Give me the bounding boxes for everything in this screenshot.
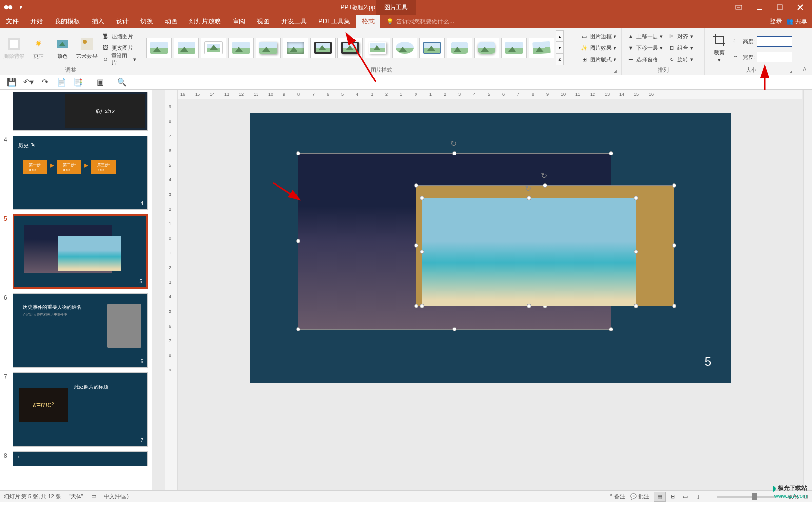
resize-handle[interactable] [634, 250, 638, 254]
resize-handle[interactable] [543, 183, 547, 188]
compress-pictures-button[interactable]: 🗜压缩图片 [100, 31, 138, 41]
reset-picture-button[interactable]: ↺重设图片▾ [100, 54, 138, 65]
start-from-beginning-button[interactable]: ▣ [94, 77, 106, 88]
slide-canvas[interactable]: 5 [250, 113, 731, 383]
language-indicator[interactable]: 中文(中国) [104, 493, 129, 500]
qat-dropdown-icon[interactable]: ▾ [16, 2, 26, 13]
resize-handle[interactable] [672, 183, 676, 188]
slide-thumbnail[interactable]: f(x)=Sin x [4, 92, 148, 131]
share-button[interactable]: 👥 共享 [786, 18, 807, 26]
style-item[interactable] [501, 38, 527, 58]
vertical-ruler[interactable]: 9876543210123456789 [165, 90, 178, 490]
style-item[interactable] [256, 38, 281, 58]
resize-handle[interactable] [527, 304, 531, 308]
picture-effects-button[interactable]: ✨图片效果▾ [578, 42, 618, 53]
artistic-effects-button[interactable]: 艺术效果 [76, 30, 98, 65]
resize-handle[interactable] [296, 327, 300, 331]
picture-layout-button[interactable]: ⊞图片版式▾ [578, 54, 618, 65]
ribbon-options-icon[interactable] [729, 0, 749, 15]
tab-design[interactable]: 设计 [110, 15, 135, 28]
gallery-more-icon[interactable]: ⊻ [556, 54, 564, 65]
rotate-button[interactable]: ↻旋转▾ [666, 54, 695, 65]
tab-review[interactable]: 审阅 [227, 15, 251, 28]
resize-handle[interactable] [672, 243, 676, 248]
resize-handle[interactable] [634, 196, 638, 200]
style-item[interactable] [228, 38, 254, 58]
resize-handle[interactable] [414, 243, 418, 248]
resize-handle[interactable] [296, 151, 300, 155]
normal-view-button[interactable]: ▤ [654, 492, 666, 502]
tab-view[interactable]: 视图 [251, 15, 276, 28]
slideshow-view-button[interactable]: ▯ [692, 492, 704, 502]
slide-thumbnail[interactable]: 6 历史事件的重要人物的姓名 介绍此人物在相关历史事件中 6 [4, 293, 148, 368]
gallery-up-icon[interactable]: ▴ [556, 30, 564, 42]
zoom-out-button[interactable]: − [709, 494, 712, 500]
slide-thumbnail[interactable]: 8 " [4, 451, 148, 466]
bring-forward-button[interactable]: ▲上移一层▾ [625, 31, 665, 41]
gallery-spinner[interactable]: ▴▾⊻ [556, 30, 564, 65]
height-input[interactable] [757, 36, 792, 47]
rotate-handle[interactable] [541, 171, 550, 180]
style-item[interactable] [283, 38, 308, 58]
resize-handle[interactable] [609, 151, 613, 155]
tab-templates[interactable]: 我的模板 [49, 15, 86, 28]
gallery-down-icon[interactable]: ▾ [556, 42, 564, 54]
comments-button[interactable]: 💬 批注 [630, 493, 649, 500]
minimize-button[interactable] [750, 0, 769, 15]
group-button[interactable]: ⊡组合▾ [666, 42, 695, 53]
style-item[interactable] [474, 38, 499, 58]
dialog-launcher-icon[interactable]: ◢ [788, 69, 793, 74]
style-item[interactable] [447, 38, 472, 58]
tab-insert[interactable]: 插入 [86, 15, 110, 28]
reading-view-button[interactable]: ▭ [679, 492, 691, 502]
picture-border-button[interactable]: ▭图片边框▾ [578, 31, 618, 41]
align-button[interactable]: ⊫对齐▾ [666, 31, 695, 41]
rotate-handle[interactable] [525, 184, 534, 193]
autosave-icon[interactable] [3, 2, 14, 13]
style-item[interactable] [392, 38, 417, 58]
style-item[interactable] [337, 38, 363, 58]
maximize-button[interactable] [770, 0, 790, 15]
resize-handle[interactable] [452, 327, 456, 331]
slide-thumbnail[interactable]: 7 ε=mc² 此处照片的标题 7 [4, 372, 148, 447]
corrections-button[interactable]: ☀️ 更正 [27, 30, 50, 65]
tab-pdf[interactable]: PDF工具集 [313, 15, 356, 28]
color-button[interactable]: 颜色 [51, 30, 74, 65]
tab-animations[interactable]: 动画 [159, 15, 183, 28]
slide-counter[interactable]: 幻灯片 第 5 张, 共 12 张 [4, 493, 61, 500]
resize-handle[interactable] [414, 304, 418, 308]
canvas-area[interactable]: 5 [178, 90, 803, 490]
close-button[interactable] [791, 0, 810, 15]
style-item[interactable] [365, 38, 390, 58]
selection-pane-button[interactable]: ☰选择窗格 [625, 54, 665, 65]
tell-me-search[interactable]: 💡 告诉我您想要做什么... [386, 18, 454, 26]
rotate-handle[interactable] [450, 139, 459, 148]
zoom-button[interactable]: 🔍 [116, 77, 128, 88]
qat-btn-5[interactable]: 📑 [72, 77, 84, 88]
qat-btn-4[interactable]: 📄 [56, 77, 67, 88]
resize-handle[interactable] [414, 183, 418, 188]
zoom-slider[interactable] [717, 496, 775, 498]
accessibility-icon[interactable]: ▭ [91, 493, 96, 500]
resize-handle[interactable] [420, 250, 424, 254]
slide-thumbnails-panel[interactable]: f(x)=Sin x 4 历史 🖱 第一步:XXX ▸ 第二步:XXX ▸ 第三… [0, 90, 152, 490]
style-item[interactable] [174, 38, 199, 58]
notes-button[interactable]: ≜ 备注 [609, 493, 625, 500]
slide-thumbnail[interactable]: 4 历史 🖱 第一步:XXX ▸ 第二步:XXX ▸ 第三步:XXX 4 [4, 136, 148, 210]
slide-thumbnail-active[interactable]: 5 5 [4, 214, 148, 289]
theme-name[interactable]: "天体" [69, 493, 83, 500]
style-item[interactable] [529, 38, 554, 58]
resize-handle[interactable] [672, 304, 676, 308]
picture-styles-gallery[interactable]: ▴▾⊻ [144, 30, 574, 65]
tab-transitions[interactable]: 切换 [135, 15, 159, 28]
resize-handle[interactable] [634, 304, 638, 308]
tab-developer[interactable]: 开发工具 [276, 15, 313, 28]
sorter-view-button[interactable]: ⊞ [667, 492, 678, 502]
collapse-ribbon-icon[interactable]: ᐱ [803, 66, 807, 73]
undo-button[interactable]: ↶▾ [22, 77, 34, 88]
style-item[interactable] [419, 38, 445, 58]
style-item[interactable] [146, 38, 172, 58]
send-backward-button[interactable]: ▼下移一层▾ [625, 42, 665, 53]
style-item[interactable] [310, 38, 336, 58]
selected-image-beach[interactable] [422, 198, 636, 306]
